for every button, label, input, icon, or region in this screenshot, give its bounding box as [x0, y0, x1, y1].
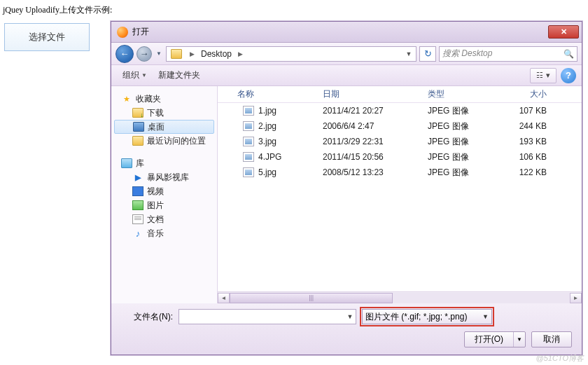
file-name: 2.jpg	[258, 121, 276, 131]
sidebar-item-music[interactable]: ♪音乐	[114, 226, 214, 240]
dialog-title: 打开	[132, 26, 548, 38]
scroll-left-button[interactable]: ◄	[218, 293, 230, 303]
file-row[interactable]: 2.jpg2006/6/4 2:47JPEG 图像244 KB	[218, 118, 582, 134]
file-name: 1.jpg	[258, 106, 276, 116]
help-button[interactable]: ?	[561, 68, 576, 83]
desktop-icon	[133, 122, 144, 132]
sidebar-item-pictures[interactable]: 图片	[114, 198, 214, 212]
col-header-type[interactable]: 类型	[421, 88, 505, 100]
search-placeholder: 搜索 Desktop	[442, 48, 564, 60]
video-icon	[132, 186, 144, 196]
search-input[interactable]: 搜索 Desktop 🔍	[439, 46, 578, 62]
picture-icon	[132, 200, 144, 210]
chevron-down-icon[interactable]: ▼	[482, 313, 489, 320]
file-open-dialog: 打开 ✕ ← → ▼ ▶ Desktop ▶ ▼ ↻ 搜索 Desktop 🔍 …	[111, 21, 582, 355]
command-toolbar: 组织▼ 新建文件夹 ☷ ▾ ?	[111, 65, 582, 86]
scroll-right-button[interactable]: ►	[570, 293, 582, 303]
file-row[interactable]: 4.JPG2011/4/15 20:56JPEG 图像106 KB	[218, 149, 582, 165]
scroll-thumb[interactable]: |||	[230, 293, 393, 303]
image-file-icon	[243, 121, 254, 131]
file-name: 3.jpg	[258, 137, 276, 146]
file-type: JPEG 图像	[421, 120, 505, 132]
file-size: 106 KB	[505, 152, 554, 162]
open-button[interactable]: 打开(O)▼	[464, 331, 526, 347]
dialog-footer: 文件名(N): ▼ 图片文件 (*.gif; *.jpg; *.png)▼ 打开…	[111, 303, 582, 354]
col-header-size[interactable]: 大小	[505, 88, 554, 100]
file-list: 名称 日期 类型 大小 1.jpg2011/4/21 20:27JPEG 图像1…	[218, 86, 582, 303]
organize-button[interactable]: 组织▼	[117, 67, 153, 83]
file-row[interactable]: 5.jpg2008/5/12 13:23JPEG 图像122 KB	[218, 165, 582, 180]
sidebar-item-videos[interactable]: 视频	[114, 184, 214, 198]
image-file-icon	[243, 106, 254, 116]
chevron-down-icon[interactable]: ▼	[514, 336, 525, 343]
filename-input[interactable]: ▼	[178, 309, 356, 324]
filename-label: 文件名(N):	[120, 311, 173, 323]
cancel-button[interactable]: 取消	[531, 331, 572, 347]
firefox-icon	[117, 27, 128, 38]
file-name: 5.jpg	[258, 167, 276, 177]
downloads-icon	[132, 108, 144, 118]
breadcrumb-dropdown[interactable]: ▼	[403, 50, 414, 57]
new-folder-button[interactable]: 新建文件夹	[153, 67, 206, 83]
file-size: 244 KB	[505, 121, 554, 131]
image-file-icon	[243, 137, 254, 146]
file-type: JPEG 图像	[421, 105, 505, 117]
chevron-right-icon[interactable]: ▶	[236, 50, 245, 57]
sidebar-libraries-header[interactable]: 库	[114, 156, 214, 170]
document-icon	[132, 214, 144, 224]
file-type-filter[interactable]: 图片文件 (*.gif; *.jpg; *.png)▼	[362, 309, 492, 324]
page-heading: jQuey Uploadify上传文件示例:	[0, 0, 588, 20]
image-file-icon	[243, 167, 254, 177]
col-header-name[interactable]: 名称	[218, 88, 316, 100]
breadcrumb[interactable]: ▶ Desktop ▶ ▼	[166, 46, 416, 62]
music-icon: ♪	[132, 228, 144, 238]
titlebar[interactable]: 打开 ✕	[111, 22, 582, 43]
file-type: JPEG 图像	[421, 151, 505, 163]
library-icon	[121, 158, 132, 168]
file-row[interactable]: 3.jpg2011/3/29 22:31JPEG 图像193 KB	[218, 134, 582, 149]
sidebar-item-recent[interactable]: 最近访问的位置	[114, 134, 214, 148]
nav-history-dropdown[interactable]: ▼	[155, 46, 163, 62]
file-size: 193 KB	[505, 137, 554, 146]
column-headers: 名称 日期 类型 大小	[218, 86, 582, 103]
star-icon: ★	[121, 94, 132, 104]
storm-icon: ▶	[132, 172, 144, 182]
image-file-icon	[243, 152, 254, 162]
nav-toolbar: ← → ▼ ▶ Desktop ▶ ▼ ↻ 搜索 Desktop 🔍	[111, 43, 582, 65]
sidebar-item-downloads[interactable]: 下载	[114, 106, 214, 120]
nav-back-button[interactable]: ←	[115, 45, 134, 63]
sidebar-item-documents[interactable]: 文档	[114, 212, 214, 226]
select-file-button[interactable]: 选择文件	[4, 23, 90, 51]
recent-icon	[132, 136, 144, 146]
file-date: 2006/6/4 2:47	[316, 121, 421, 131]
horizontal-scrollbar[interactable]: ◄ ||| ►	[218, 291, 582, 303]
view-mode-button[interactable]: ☷ ▾	[530, 68, 556, 83]
file-size: 122 KB	[505, 167, 554, 177]
col-header-date[interactable]: 日期	[316, 88, 421, 100]
refresh-button[interactable]: ↻	[419, 46, 436, 62]
chevron-right-icon[interactable]: ▶	[188, 50, 197, 57]
file-row[interactable]: 1.jpg2011/4/21 20:27JPEG 图像107 KB	[218, 103, 582, 118]
file-date: 2011/3/29 22:31	[316, 137, 421, 146]
navigation-sidebar: ★收藏夹 下载 桌面 最近访问的位置 库 ▶暴风影视库 视频 图片 文档 ♪音乐	[111, 86, 218, 303]
file-size: 107 KB	[505, 106, 554, 116]
breadcrumb-location[interactable]: Desktop	[198, 47, 234, 61]
close-button[interactable]: ✕	[548, 25, 579, 39]
watermark: @51CTO博客	[536, 353, 584, 364]
chevron-down-icon[interactable]: ▼	[344, 313, 356, 320]
folder-icon	[171, 49, 182, 59]
file-date: 2011/4/15 20:56	[316, 152, 421, 162]
file-name: 4.JPG	[258, 152, 281, 162]
file-date: 2008/5/12 13:23	[316, 167, 421, 177]
sidebar-item-storm[interactable]: ▶暴风影视库	[114, 170, 214, 184]
sidebar-item-desktop[interactable]: 桌面	[114, 120, 214, 134]
file-date: 2011/4/21 20:27	[316, 106, 421, 116]
file-type: JPEG 图像	[421, 136, 505, 148]
scroll-track[interactable]: |||	[230, 293, 570, 303]
nav-forward-button[interactable]: →	[136, 46, 152, 62]
file-type: JPEG 图像	[421, 167, 505, 179]
sidebar-favorites-header[interactable]: ★收藏夹	[114, 92, 214, 106]
search-icon[interactable]: 🔍	[564, 49, 574, 59]
